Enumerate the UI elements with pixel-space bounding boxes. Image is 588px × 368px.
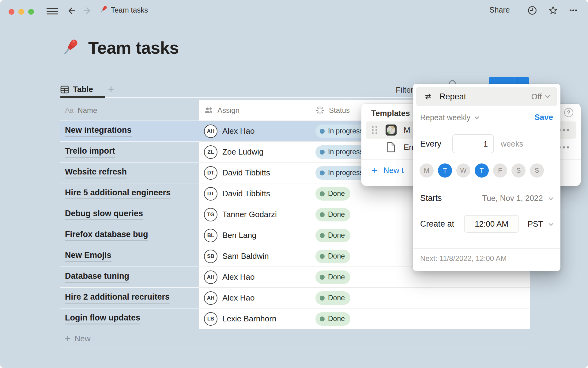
weekday-toggle[interactable]: M	[420, 163, 434, 178]
table-view-icon	[60, 85, 69, 94]
text-property-icon: Aa	[65, 106, 73, 115]
assignee-name: Tanner Godarzi	[222, 210, 277, 219]
task-name-cell[interactable]: Hire 2 additional recruiters	[60, 288, 199, 309]
task-name-cell[interactable]: Firefox database bug	[60, 225, 199, 246]
weekday-toggle[interactable]: S	[530, 163, 544, 178]
status-cell[interactable]: Done	[309, 267, 385, 288]
forward-arrow-icon[interactable]	[82, 6, 92, 16]
filter-button[interactable]: Filter	[396, 85, 413, 95]
new-template-button[interactable]: + New t	[371, 165, 404, 175]
status-badge[interactable]: Done	[315, 270, 350, 284]
assignee-cell[interactable]: TGTanner Godarzi	[199, 204, 309, 225]
status-cell[interactable]: Done	[309, 204, 385, 225]
tab-table-view[interactable]: Table	[60, 85, 93, 94]
task-name-cell[interactable]: New Emojis	[60, 246, 199, 267]
assignee-name: Alex Hao	[222, 272, 255, 282]
sidebar-menu-icon[interactable]	[47, 8, 58, 15]
avatar: LB	[204, 312, 217, 326]
task-name-cell[interactable]: Hire 5 additional engineers	[60, 183, 199, 204]
weekday-toggle[interactable]: F	[493, 163, 507, 178]
next-occurrence-text: Next: 11/8/2022, 12:00 AM	[420, 254, 507, 263]
assignee-cell[interactable]: AHAlex Hao	[199, 121, 309, 142]
assignee-name: Ben Lang	[222, 231, 256, 240]
avatar: DT	[204, 166, 217, 180]
every-label: Every	[420, 139, 441, 149]
interval-input[interactable]	[452, 134, 494, 153]
task-name-cell[interactable]: Login flow updates	[60, 309, 199, 329]
assignee-name: David Tibbitts	[222, 189, 270, 198]
frequency-selector[interactable]: Repeat weekly	[420, 113, 480, 122]
status-badge[interactable]: Done	[315, 250, 350, 263]
status-dot-icon	[320, 129, 325, 134]
weekday-toggle[interactable]: S	[511, 163, 526, 178]
weekday-toggle[interactable]: W	[456, 163, 470, 178]
save-button[interactable]: Save	[534, 113, 553, 122]
status-dot-icon	[320, 150, 325, 155]
share-button[interactable]: Share	[489, 6, 510, 14]
task-name-cell[interactable]: New integrations	[60, 121, 199, 142]
assignee-cell[interactable]: BLBen Lang	[199, 225, 309, 246]
minimize-window-button[interactable]	[18, 9, 24, 15]
repeat-icon	[424, 92, 433, 101]
assignee-cell[interactable]: AHAlex Hao	[199, 288, 309, 309]
close-window-button[interactable]	[9, 9, 14, 15]
task-name-cell[interactable]: Trello import	[60, 142, 199, 163]
empty-cell[interactable]	[385, 309, 530, 329]
start-date-dropdown[interactable]: Tue, Nov 1, 2022	[482, 194, 554, 203]
status-badge[interactable]: In progress	[315, 145, 369, 159]
status-dot-icon	[320, 171, 325, 175]
status-dot-icon	[320, 191, 325, 196]
assignee-cell[interactable]: DTDavid Tibbitts	[199, 183, 309, 204]
repeat-menu-value: Off	[531, 92, 542, 102]
weekday-toggle[interactable]: T	[438, 163, 452, 178]
cd-icon	[385, 124, 397, 136]
status-cell[interactable]: Done	[309, 288, 385, 309]
drag-handle-icon[interactable]	[372, 126, 377, 134]
assignee-cell[interactable]: AHAlex Hao	[199, 267, 309, 288]
tab-table-label: Table	[73, 85, 93, 94]
add-view-button[interactable]: +	[108, 83, 114, 96]
status-badge[interactable]: In progress	[315, 166, 369, 180]
back-arrow-icon[interactable]	[66, 6, 77, 16]
status-cell[interactable]: Done	[309, 309, 385, 329]
status-badge[interactable]: Done	[315, 229, 350, 242]
task-name-cell[interactable]: Database tuning	[60, 267, 199, 288]
assignee-cell[interactable]: ZLZoe Ludwig	[199, 142, 309, 163]
template-label: M	[404, 125, 410, 135]
column-header-name[interactable]: Aa Name	[60, 100, 199, 121]
titlebar: Team tasks Share	[0, 0, 588, 20]
assignee-cell[interactable]: DTDavid Tibbitts	[199, 163, 309, 183]
status-badge[interactable]: Done	[315, 208, 350, 221]
star-icon[interactable]	[548, 6, 558, 15]
column-header-assign[interactable]: Assign	[199, 100, 309, 121]
timezone-dropdown[interactable]: PST	[528, 219, 554, 229]
create-time-input[interactable]	[464, 215, 519, 233]
status-badge[interactable]: Done	[315, 312, 350, 326]
task-name: Trello import	[65, 146, 115, 157]
chevron-down-icon	[473, 114, 480, 121]
ellipsis-icon[interactable]	[568, 6, 578, 15]
status-cell[interactable]: Done	[309, 183, 385, 204]
status-badge[interactable]: In progress	[315, 125, 369, 138]
task-name-cell[interactable]: Debug slow queries	[60, 204, 199, 225]
assignee-name: Alex Hao	[222, 293, 255, 303]
task-name: Website refresh	[65, 167, 127, 178]
new-row-button[interactable]: + New	[60, 329, 530, 348]
task-name-cell[interactable]: Website refresh	[60, 163, 199, 183]
weekday-toggle[interactable]: T	[475, 163, 489, 178]
assignee-cell[interactable]: SBSam Baldwin	[199, 246, 309, 267]
avatar: AH	[204, 270, 217, 284]
assignee-name: David Tibbitts	[222, 168, 270, 178]
zoom-window-button[interactable]	[28, 9, 34, 15]
empty-cell[interactable]	[385, 288, 530, 309]
status-badge[interactable]: Done	[315, 291, 350, 305]
status-cell[interactable]: Done	[309, 246, 385, 267]
assignee-cell[interactable]: LBLexie Barnhorn	[199, 309, 309, 329]
status-badge[interactable]: Done	[315, 187, 350, 201]
status-cell[interactable]: Done	[309, 225, 385, 246]
avatar: AH	[204, 125, 217, 138]
repeat-menu-item[interactable]: Repeat Off	[416, 87, 557, 106]
clock-icon[interactable]	[527, 6, 537, 15]
people-icon	[204, 106, 213, 115]
help-icon[interactable]: ?	[564, 108, 573, 117]
